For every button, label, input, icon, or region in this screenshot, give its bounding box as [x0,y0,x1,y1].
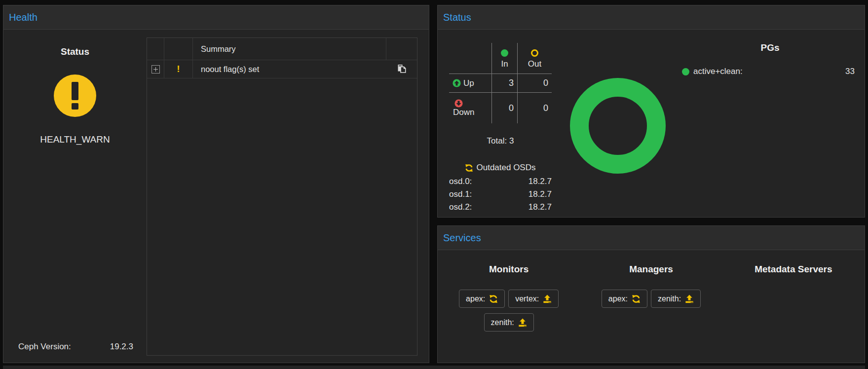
health-panel-body: Status HEALTH_WARN Ceph Version: 19.2.3 … [3,30,429,362]
out-column-label: Out [528,59,541,69]
health-warnings-table: Summary ! noout flag(s) set [147,37,417,356]
list-item: osd.0: 18.2.7 [449,175,552,188]
services-panel: Services Monitors apex: [437,225,865,363]
ceph-version-value: 19.2.3 [110,342,133,352]
out-column-header: Out [517,43,552,74]
metadata-servers-column: Metadata Servers [722,250,865,362]
monitor-apex-label: apex: [466,295,485,303]
osd-name: osd.0: [449,177,472,186]
manager-apex-button[interactable]: apex: [602,290,647,308]
outdated-osds-heading: Outdated OSDs [449,163,552,173]
manager-apex-label: apex: [608,295,628,303]
managers-column: Managers apex: [580,250,722,362]
ceph-version-label: Ceph Version: [18,342,71,352]
health-panel-header: Health [3,5,429,30]
monitor-vertex-label: vertex: [515,295,539,303]
list-item: osd.2: 18.2.7 [449,201,552,214]
up-row-header: Up [449,74,491,93]
copy-button[interactable] [396,63,408,75]
refresh-icon [632,295,641,303]
osd-name: osd.1: [449,189,472,199]
manager-zenith-button[interactable]: zenith: [651,290,701,308]
pgs-heading: PGs [682,42,858,53]
monitors-column: Monitors apex: [438,250,580,362]
header-severity-column [164,38,193,60]
upload-icon [685,295,694,303]
services-panel-header: Services [438,226,865,250]
warning-severity-icon: ! [177,64,180,74]
monitor-zenith-button[interactable]: zenith: [484,313,534,332]
pgs-legend-section: PGs active+clean: 33 [682,30,858,76]
inout-corner-cell [449,43,491,74]
osd-name: osd.2: [449,202,472,212]
expand-row-icon[interactable] [151,65,160,74]
refresh-icon [489,295,498,303]
osd-inout-table: In Out Up 3 0 [449,43,552,123]
active-clean-dot-icon [682,68,689,75]
up-in-value: 3 [491,74,517,93]
status-panel-body: In Out Up 3 0 [438,30,865,217]
pgs-state-label: active+clean: [693,67,743,76]
down-out-value: 0 [517,93,552,123]
next-panel-edge [3,366,865,369]
outdated-osd-list: osd.0: 18.2.7 osd.1: 18.2.7 osd.2: 18.2.… [449,175,552,214]
pgs-donut-chart [568,76,667,175]
osd-version: 18.2.7 [528,202,552,212]
services-panel-body: Monitors apex: [438,250,865,362]
health-panel-title: Health [9,12,38,23]
status-panel-header: Status [438,5,865,30]
managers-heading: Managers [629,264,673,275]
monitor-vertex-button[interactable]: vertex: [508,290,559,308]
arrow-up-circle-icon [453,79,461,87]
osd-version: 18.2.7 [528,189,552,199]
outdated-osds-label: Outdated OSDs [476,163,535,173]
warning-summary-text: noout flag(s) set [193,60,386,78]
health-warning-icon [54,74,96,117]
monitors-heading: Monitors [489,264,528,275]
out-status-ring-icon [531,49,538,57]
health-panel: Health Status HEALTH_WARN Ceph Version: … [3,5,429,363]
refresh-icon [465,164,473,172]
up-row-label: Up [463,78,474,88]
health-status-heading: Status [3,46,147,57]
ceph-version-row: Ceph Version: 19.2.3 [18,342,133,352]
monitor-apex-button[interactable]: apex: [459,290,505,308]
pgs-legend-row: active+clean: 33 [682,67,858,76]
table-row[interactable]: ! noout flag(s) set [147,60,417,78]
osd-total: Total: 3 [449,136,552,146]
health-status-summary: Status HEALTH_WARN Ceph Version: 19.2.3 [3,30,147,362]
health-table-header-row: Summary [147,38,417,60]
monitor-zenith-label: zenith: [491,318,514,327]
services-panel-title: Services [443,232,481,244]
status-panel: Status In Out Up 3 [437,5,865,218]
health-status-value: HEALTH_WARN [3,134,147,145]
manager-zenith-label: zenith: [658,295,681,303]
osd-version: 18.2.7 [528,177,552,186]
upload-icon [518,318,527,327]
copy-icon [396,64,407,74]
up-out-value: 0 [517,74,552,93]
header-action-column [386,38,417,60]
header-expand-column [147,38,164,60]
upload-icon [543,295,552,303]
down-row-label: Down [453,108,474,117]
arrow-down-circle-icon [454,99,463,108]
summary-column-header[interactable]: Summary [193,38,386,60]
down-row-header: Down [449,93,491,123]
in-column-label: In [501,59,508,69]
in-column-header: In [491,43,517,74]
status-panel-title: Status [443,12,471,23]
down-in-value: 0 [491,93,517,123]
metadata-servers-heading: Metadata Servers [755,264,832,275]
list-item: osd.1: 18.2.7 [449,188,552,201]
in-status-dot-icon [501,49,508,57]
pgs-state-value: 33 [845,67,855,76]
